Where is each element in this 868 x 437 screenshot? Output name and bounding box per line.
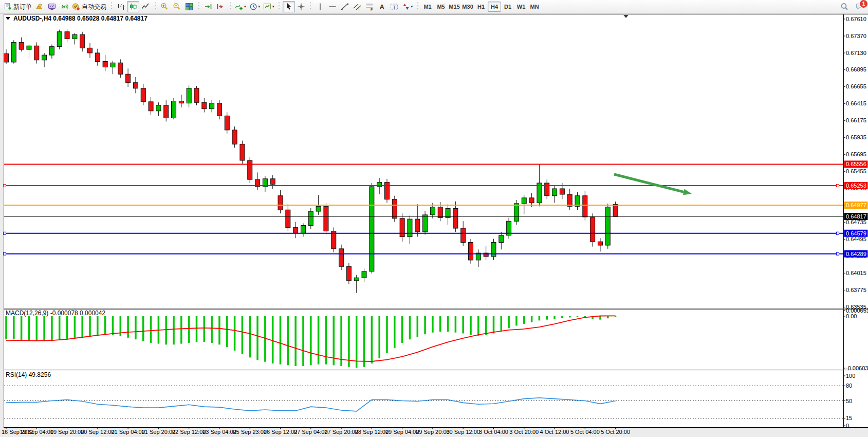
notifications-button[interactable]: 1 [856,3,864,11]
macd-axis-label: -0.006036 [846,365,868,371]
tile-windows-icon [185,3,193,11]
new-order-icon [4,3,12,11]
quotes-icon [35,3,44,11]
candle-body [362,271,366,278]
macd-histogram-bar [462,316,464,333]
chart-candles-button[interactable] [127,1,139,12]
draw-vline-button[interactable] [314,1,326,12]
draw-text-button[interactable]: A [376,1,388,12]
line-handle[interactable] [837,232,839,234]
notification-badge: 1 [859,0,868,8]
time-axis-label: 5 Oct 20:00 [601,429,630,435]
candle-body [430,207,435,215]
macd-histogram-bar [13,316,15,339]
draw-vline-icon [316,3,324,11]
candle-body [346,266,351,281]
candle-body [156,105,161,111]
chart-background[interactable] [4,14,868,427]
candle-body [210,103,214,109]
draw-trendline-button[interactable] [339,1,351,12]
auto-scroll-button[interactable] [202,1,214,12]
timeframe-m5-button[interactable]: M5 [434,2,448,12]
macd-histogram-bar [539,316,541,320]
chart-line-button[interactable] [139,1,152,12]
draw-channel-button[interactable]: E [351,1,363,12]
line-handle[interactable] [4,252,6,255]
macd-histogram-bar [127,316,129,338]
periods-button[interactable]: ▾ [248,1,262,12]
timeframe-m30-button[interactable]: M30 [461,2,474,12]
rsi-label: RSI(14) 49.8256 [6,371,51,378]
timeframe-m15-button[interactable]: M15 [448,2,461,12]
price-axis-tick-label: 0.67370 [846,33,866,39]
macd-histogram-bar [607,316,609,318]
toolbar-separator [309,2,312,11]
macd-histogram-bar [531,316,533,322]
dropdown-arrow-icon: ▾ [244,5,246,9]
toolbar-separator [416,2,419,11]
templates-button[interactable]: ▾ [262,1,276,12]
templates-icon [263,3,271,11]
draw-label-button[interactable]: T [388,1,400,12]
market-watch-button[interactable] [46,1,58,12]
candle-body [529,198,534,203]
timeframe-m1-button[interactable]: M1 [421,2,434,12]
price-axis-tick-label: 0.67610 [846,16,866,22]
signals-button[interactable] [58,1,70,12]
zoom-out-button[interactable] [171,1,183,12]
candle-body [187,88,191,103]
price-tag-label: 0.64817 [846,213,866,220]
macd-histogram-bar [249,316,251,357]
macd-histogram-bar [196,316,198,342]
candle-body [408,219,412,236]
macd-histogram-bar [21,316,23,340]
macd-histogram-bar [5,316,7,339]
autotrading-button[interactable]: 自动交易 [70,1,108,12]
draw-arrows-button[interactable]: ▾ [400,1,415,12]
candle-body [141,88,145,102]
line-handle[interactable] [4,185,6,187]
chart-window[interactable]: 0.676100.673700.671300.668950.666550.664… [0,0,868,437]
chart-bars-button[interactable] [115,1,127,12]
candle-body [80,34,85,48]
macd-histogram-bar [97,316,99,336]
line-handle[interactable] [837,185,839,187]
candle-body [583,196,587,217]
rsi-axis-label: 100 [846,373,855,379]
time-axis-label: 23 Sep 04:00 [202,429,236,435]
macd-histogram-bar [386,316,388,353]
tile-windows-button[interactable] [183,1,195,12]
macd-histogram-bar [188,316,190,343]
new-order-button[interactable]: 新订单 [2,1,33,12]
search-button[interactable] [838,1,851,12]
candle-body [392,199,397,219]
line-handle[interactable] [837,252,839,255]
candle-body [278,196,283,210]
timeframe-h4-button[interactable]: H4 [488,2,501,12]
draw-fibo-button[interactable]: F [363,1,376,12]
macd-histogram-bar [28,316,30,340]
dropdown-arrow-icon: ▾ [272,5,274,9]
candle-body [491,243,496,257]
zoom-out-icon [173,3,181,11]
toolbar-right-icons: 1 [838,1,864,12]
macd-histogram-bar [348,316,350,367]
line-handle[interactable] [4,232,6,234]
rsi-axis-label: 15 [846,415,852,421]
zoom-in-button[interactable] [158,1,171,12]
timeframe-d1-button[interactable]: D1 [501,2,514,12]
quotes-button[interactable] [33,1,46,12]
draw-text-icon: A [378,3,386,11]
macd-histogram-bar [424,316,426,334]
price-tag-label: 0.64579 [846,230,866,236]
timeframe-w1-button[interactable]: W1 [514,2,528,12]
indicators-button[interactable]: ▾ [233,1,248,12]
crosshair-icon [297,3,305,11]
timeframe-h1-button[interactable]: H1 [474,2,488,12]
chart-shift-button[interactable] [214,1,227,12]
price-tag-label: 0.65253 [846,183,866,189]
crosshair-button[interactable] [295,1,307,12]
cursor-button[interactable] [283,1,295,12]
draw-hline-button[interactable] [326,1,339,12]
timeframe-mn-button[interactable]: MN [528,2,541,12]
